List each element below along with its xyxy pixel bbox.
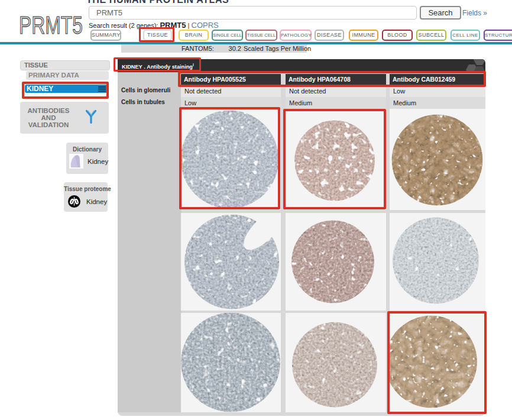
svg-text:PRMT5: PRMT5 — [19, 12, 83, 37]
